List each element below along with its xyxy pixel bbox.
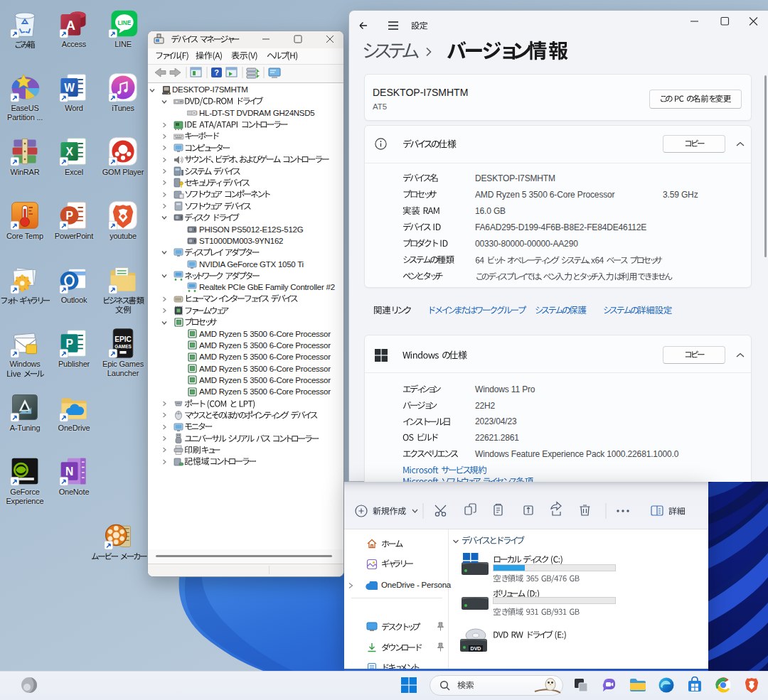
svg-text:P: P <box>65 338 73 350</box>
svg-text:X: X <box>65 146 73 158</box>
svg-text:EPIC: EPIC <box>114 335 132 343</box>
svg-text:LINE: LINE <box>117 20 131 26</box>
svg-text:N: N <box>65 465 73 478</box>
svg-text:W: W <box>64 82 75 94</box>
svg-text:DVD: DVD <box>471 646 481 651</box>
svg-text:GAMES: GAMES <box>114 344 132 349</box>
svg-text:P: P <box>65 210 73 222</box>
svg-text:?: ? <box>214 68 219 77</box>
